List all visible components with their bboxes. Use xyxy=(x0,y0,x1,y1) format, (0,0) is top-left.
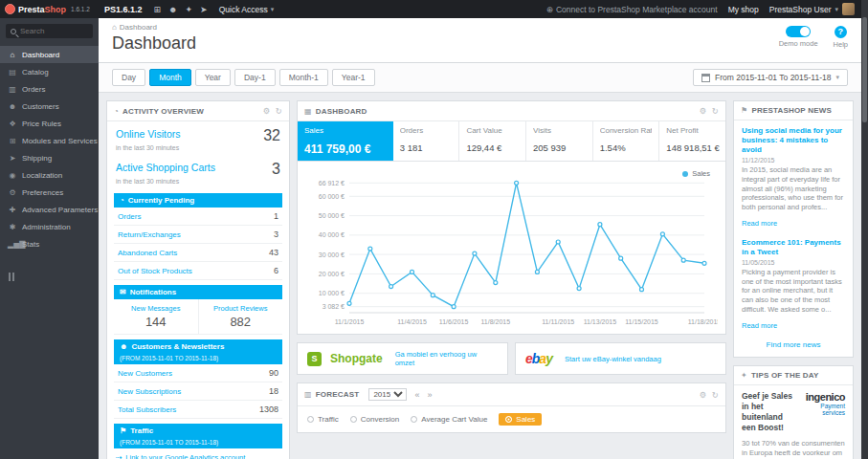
sales-legend-label: Sales xyxy=(692,169,710,178)
price-rules-icon: ❖ xyxy=(8,120,17,128)
cart-icon[interactable]: ⊞ xyxy=(154,5,162,14)
ebay-promo-link[interactable]: Start uw eBay-winkel vandaag xyxy=(565,355,661,363)
shopgate-promo[interactable]: S Shopgate Ga mobiel en verhoog uw omzet xyxy=(297,342,508,375)
sidebar-item-administration[interactable]: ✱Administration xyxy=(0,218,99,235)
google-analytics-link[interactable]: ⇢ Link to your Google Analytics account xyxy=(107,448,289,459)
range-button-year[interactable]: Year xyxy=(195,69,231,86)
refresh-icon[interactable]: ↻ xyxy=(712,390,719,400)
abandoned-carts-link[interactable]: Abandoned Carts xyxy=(118,249,177,257)
sidebar-item-dashboard[interactable]: ⌂Dashboard xyxy=(0,46,99,63)
sidebar-item-customers[interactable]: ☻Customers xyxy=(0,98,99,115)
new-subscriptions-link[interactable]: New Subscriptions xyxy=(118,387,181,396)
sidebar-item-preferences[interactable]: ⚙Preferences xyxy=(0,184,99,201)
range-button-day[interactable]: Day xyxy=(112,69,145,86)
svg-text:20 000 €: 20 000 € xyxy=(319,271,345,277)
tab-orders[interactable]: Orders 3 181 xyxy=(393,121,460,161)
gift-icon[interactable]: ✦ xyxy=(186,5,193,14)
sidebar-collapse-button[interactable] xyxy=(9,268,90,285)
pending-orders-link[interactable]: Orders xyxy=(118,212,141,221)
ebay-logo: ebay xyxy=(525,351,552,366)
sidebar-item-price-rules[interactable]: ❖Price Rules xyxy=(0,115,99,132)
article-title-link[interactable]: Ecommerce 101: Payments in a Tweet xyxy=(742,238,845,257)
help-button[interactable]: ? Help xyxy=(834,26,848,49)
scrollbar-thumb[interactable] xyxy=(862,17,867,122)
range-button-year-1[interactable]: Year-1 xyxy=(332,69,375,86)
online-visitors-link[interactable]: Online Visitors xyxy=(116,128,181,140)
quick-access-menu[interactable]: Quick Access ▾ xyxy=(219,5,275,14)
svg-text:11/15/2015: 11/15/2015 xyxy=(625,318,658,325)
forecast-year-select[interactable]: 2015 xyxy=(368,388,407,401)
refresh-icon[interactable]: ↻ xyxy=(712,106,719,116)
shop-name[interactable]: PS1.6.1.2 xyxy=(104,5,143,14)
radio-icon xyxy=(307,416,314,423)
next-year-button[interactable]: » xyxy=(428,390,433,400)
sidebar-item-localization[interactable]: ◉Localization xyxy=(0,166,99,184)
out-of-stock-link[interactable]: Out of Stock Products xyxy=(118,267,192,275)
tab-conversion-rate[interactable]: Conversion Rate 1.54% xyxy=(593,121,660,161)
forecast-option-average-cart-value[interactable]: Average Cart Value xyxy=(411,415,487,424)
prev-year-button[interactable]: « xyxy=(414,390,419,400)
read-more-link[interactable]: Read more xyxy=(742,321,777,330)
sidebar-item-shipping[interactable]: ➤Shipping xyxy=(0,149,99,166)
gear-icon[interactable]: ⚙ xyxy=(700,106,707,116)
find-more-news-link[interactable]: Find more news xyxy=(742,340,845,349)
sidebar-item-label: Localization xyxy=(22,171,62,180)
prestashop-logo[interactable]: PrestaShop 1.6.1.2 xyxy=(0,4,99,14)
tab-cart-value[interactable]: Cart Value 129,44 € xyxy=(459,121,526,161)
boost-icon[interactable]: ➤ xyxy=(200,5,208,14)
tab-value: 148 918,51 € xyxy=(666,142,719,153)
user-menu[interactable]: PrestaShop User ▾ xyxy=(769,3,855,15)
my-shop-link[interactable]: My shop xyxy=(728,5,759,14)
product-reviews-cell[interactable]: Product Reviews 882 xyxy=(198,299,283,334)
forecast-option-conversion[interactable]: Conversion xyxy=(350,415,399,424)
tab-sales[interactable]: Sales 411 759,00 € xyxy=(298,121,393,161)
refresh-icon[interactable]: ↻ xyxy=(276,106,282,116)
new-customers-link[interactable]: New Customers xyxy=(118,369,172,378)
toggle-switch[interactable] xyxy=(786,26,811,37)
product-reviews-label: Product Reviews xyxy=(201,304,281,313)
pending-returns-link[interactable]: Return/Exchanges xyxy=(118,230,181,239)
article-date: 11/12/2015 xyxy=(742,157,845,164)
tab-visits[interactable]: Visits 205 939 xyxy=(526,121,593,161)
tab-net-profit[interactable]: Net Profit 148 918,51 € xyxy=(659,121,725,161)
new-messages-cell[interactable]: New Messages 144 xyxy=(114,299,198,334)
read-more-link[interactable]: Read more xyxy=(742,219,777,228)
customers-newsletters-header: ☻Customers & Newsletters (FROM 2015-11-0… xyxy=(114,339,282,364)
sidebar-item-modules[interactable]: ⊞Modules and Services xyxy=(0,132,99,149)
shipping-icon: ➤ xyxy=(8,154,17,163)
sidebar-item-stats[interactable]: ▂▅▇Stats xyxy=(0,235,99,252)
notifications-title: Notifications xyxy=(130,288,176,296)
gear-icon[interactable]: ⚙ xyxy=(263,106,271,116)
range-button-month-1[interactable]: Month-1 xyxy=(279,69,328,86)
marketplace-icon: ⊕ xyxy=(546,5,553,14)
sidebar-item-catalog[interactable]: ▤Catalog xyxy=(0,63,99,80)
sidebar-item-orders[interactable]: ▥Orders xyxy=(0,80,99,98)
date-range-picker[interactable]: From 2015-11-01 To 2015-11-18 ▾ xyxy=(693,69,848,86)
forecast-option-traffic[interactable]: Traffic xyxy=(307,415,339,424)
ebay-promo[interactable]: ebay Start uw eBay-winkel vandaag xyxy=(515,342,726,375)
scrollbar[interactable] xyxy=(861,0,868,459)
online-visitors-row: Online Visitors 32 xyxy=(107,121,289,143)
article-title-link[interactable]: Using social media for your business: 4 … xyxy=(742,126,845,155)
range-button-day-1[interactable]: Day-1 xyxy=(234,69,276,86)
forecast-metric-options: Traffic Conversion Average Cart Value Sa… xyxy=(298,406,725,432)
gear-icon[interactable]: ⚙ xyxy=(700,390,707,400)
search-input[interactable] xyxy=(20,27,88,35)
star-icon: ✦ xyxy=(741,371,747,380)
customers-newsletters-title: Customers & Newsletters xyxy=(131,342,224,351)
preferences-icon: ⚙ xyxy=(8,188,17,197)
shopgate-promo-link[interactable]: Ga mobiel en verhoog uw omzet xyxy=(395,350,498,367)
demo-mode-toggle[interactable]: Demo mode xyxy=(779,26,818,48)
activity-title: ACTIVITY OVERVIEW xyxy=(122,107,204,116)
help-icon[interactable]: ? xyxy=(835,26,847,38)
marketplace-link[interactable]: ⊕ Connect to PrestaShop Marketplace acco… xyxy=(546,5,718,14)
google-analytics-label: Link to your Google Analytics account xyxy=(125,453,245,459)
range-button-month[interactable]: Month xyxy=(149,69,191,86)
sidebar-search[interactable] xyxy=(6,24,93,38)
sidebar-item-advanced-parameters[interactable]: ✚Advanced Parameters xyxy=(0,201,99,218)
new-subscriptions-row: New Subscriptions 18 xyxy=(114,382,282,401)
active-carts-link[interactable]: Active Shopping Carts xyxy=(116,162,215,173)
forecast-option-sales[interactable]: Sales xyxy=(499,413,542,426)
total-subscribers-link[interactable]: Total Subscribers xyxy=(118,405,176,414)
user-icon[interactable]: ☻ xyxy=(168,5,177,14)
